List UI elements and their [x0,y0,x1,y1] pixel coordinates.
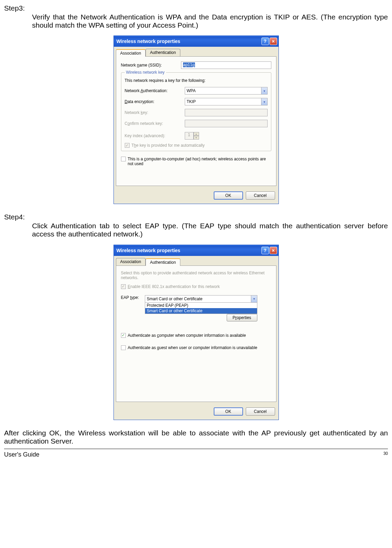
ssid-label: Network name (SSID): [121,63,179,68]
footer-title: User's Guide [4,451,39,458]
step3-label: Step3: [4,4,388,12]
dataenc-label: Data encryption: [125,99,183,104]
confirmkey-label: Confirm network key: [125,121,183,126]
tab-authentication[interactable]: Authentication [146,258,180,266]
chevron-down-icon: ▾ [251,295,257,302]
chevron-down-icon: ▾ [261,98,267,105]
ok-button[interactable]: OK [214,407,243,416]
close-button[interactable]: × [270,38,277,45]
dialog2-title: Wireless network properties [117,248,180,253]
cancel-button[interactable]: Cancel [246,407,275,416]
dialog1-wrap: Wireless network properties ? × Associat… [4,35,388,204]
dialog1-title: Wireless network properties [117,39,180,44]
chevron-down-icon: ▾ [261,87,267,94]
eap-option-peap[interactable]: Protected EAP (PEAP) [145,303,257,308]
step3-body: Verify that the Network Authentication i… [4,13,388,29]
netkey-label: Network key: [125,110,183,115]
netkey-input [185,109,268,116]
enable-8021x-checkbox: ✓ [121,284,126,289]
wireless-key-fieldset: Wireless network key This network requir… [121,72,271,151]
dialog1-tabs: Association Authentication [114,47,278,56]
eaptype-dropdown-list: Protected EAP (PEAP) Smart Card or other… [145,302,257,314]
key-desc: This network requires a key for the foll… [125,78,268,83]
netauth-select[interactable]: WPA ▾ [185,87,268,95]
page-number: 30 [383,451,388,458]
help-button[interactable]: ? [261,38,269,45]
eaptype-select[interactable]: Smart Card or other Certificate ▾ Protec… [145,295,257,314]
auth-as-guest-checkbox[interactable] [121,345,126,350]
eaptype-label: EAP type: [121,295,141,300]
spinner-up-icon: ▲ [194,132,199,136]
eap-option-smartcard[interactable]: Smart Card or other Certificate [145,308,257,314]
step4-label: Step4: [4,213,388,221]
confirmkey-input [185,120,268,127]
help-button[interactable]: ? [261,247,269,254]
dialog2: Wireless network properties ? × Associat… [114,245,279,420]
keyidx-spinner: 1 ▲ ▼ [185,132,199,140]
auth-as-computer-label: Authenticate as computer when computer i… [128,333,246,338]
dialog1-panel: Network name (SSID): ap11g Wireless netw… [116,56,276,186]
step4-body: Click Authentication tab to select EAP t… [4,222,388,238]
dialog1: Wireless network properties ? × Associat… [114,35,279,204]
tab-association[interactable]: Association [116,49,146,57]
netauth-label: Network Authentication: [125,88,183,93]
dialog2-titlebar: Wireless network properties ? × [114,245,278,256]
fieldset-legend: Wireless network key [125,70,166,75]
ssid-input[interactable]: ap11g [181,61,271,69]
dataenc-select[interactable]: TKIP ▾ [185,98,268,105]
dialog2-tabs: Association Authentication [114,256,278,265]
cancel-button[interactable]: Cancel [246,191,275,200]
auth-as-computer-checkbox[interactable]: ✓ [121,333,126,338]
dialog1-titlebar: Wireless network properties ? × [114,36,278,47]
spinner-down-icon: ▼ [194,136,199,140]
adhoc-label: This is a computer-to-computer (ad hoc) … [128,157,271,167]
adhoc-checkbox[interactable] [121,157,126,161]
keyidx-label: Key index (advanced): [125,133,183,138]
enable-8021x-label: Enable IEEE 802.1x authentication for th… [128,284,220,289]
ok-button[interactable]: OK [214,191,243,200]
tab-association[interactable]: Association [116,258,146,265]
properties-button[interactable]: Properties [227,314,257,321]
dialog2-panel: Select this option to provide authentica… [116,265,276,402]
close-button[interactable]: × [270,247,277,254]
page-footer: User's Guide 30 [4,449,388,461]
tab-authentication[interactable]: Authentication [146,49,180,56]
autokey-checkbox: ✓ [125,143,130,148]
auth-desc: Select this option to provide authentica… [121,271,271,280]
autokey-label: The key is provided for me automatically [132,143,205,148]
dialog2-wrap: Wireless network properties ? × Associat… [4,245,388,420]
conclusion-text: After clicking OK, the Wireless workstat… [4,429,388,445]
auth-as-guest-label: Authenticate as guest when user or compu… [128,345,257,350]
